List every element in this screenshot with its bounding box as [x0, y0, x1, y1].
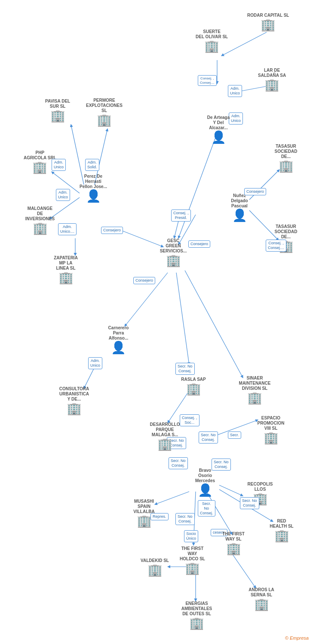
- node-rodar: RODAR CAPITAL SL 🏢: [247, 13, 289, 31]
- node-zapateria: ZAPATERIAMP LALINEA SL 🏢: [46, 255, 85, 284]
- node-carnerero: CarnereroParraAlfonso... 👤: [98, 325, 139, 354]
- building-icon-consultora: 🏢: [67, 403, 82, 415]
- building-icon-the-first-way-sl: 🏢: [226, 543, 241, 555]
- node-arteaga: De ArteagaY DelAlcazar... 👤: [201, 115, 236, 143]
- node-sinaer: SINAERMAINTENANCEDIVISION SL 🏢: [232, 376, 277, 404]
- node-the-first-way-sl: THE FIRSTWAY SL 🏢: [216, 532, 251, 555]
- badge-secr-no-consej-desarrollo2: Secr. NoConsej.: [199, 431, 218, 444]
- badge-adm-unico-php: Adm.Unico: [52, 159, 66, 171]
- building-icon-tasasur1: 🏢: [279, 160, 294, 172]
- node-lar: LAR DESALDAÑA SA 🏢: [258, 68, 286, 91]
- copyright-label: © Empresa: [285, 635, 309, 641]
- building-icon-valdekid: 🏢: [147, 564, 163, 576]
- svg-line-17: [185, 270, 243, 378]
- node-perez: Perez DeHerrastiPellon Jose... 👤: [74, 174, 113, 202]
- badge-secr-consej-socio: Secr.NoConsej.: [198, 500, 215, 516]
- badge-consejero-gesc-carnerero: Consejero: [133, 277, 155, 284]
- node-valdekid: VALDEKID SL 🏢: [138, 558, 172, 576]
- building-icon-andros: 🏢: [254, 598, 269, 611]
- badge-adm-unico-maloange: Adm.Unico....: [58, 223, 77, 235]
- building-icon-gesc: 🏢: [166, 255, 181, 267]
- badge-secr-no-consej-recopolis: Secr. NoConsej.: [240, 497, 259, 509]
- badge-secr-no-consej-musashi: Secr. NoConsej.: [175, 513, 195, 525]
- building-icon-php: 🏢: [32, 161, 47, 173]
- person-icon-perez: 👤: [86, 190, 101, 202]
- building-icon-rodar: 🏢: [261, 19, 276, 31]
- node-maloange: MALOANGEDEINVERSIONES 🏢: [21, 206, 59, 234]
- node-tasasur1: TASASURSOCIEDADDE... 🏢: [267, 144, 305, 172]
- node-andros: ANDROS LASERNA SL 🏢: [242, 587, 281, 611]
- node-gesc: GESCGREENSERVICIOS... 🏢: [154, 238, 193, 267]
- badge-consejero-tasasur1: Consejero: [244, 188, 266, 195]
- node-desarrollo: DESARROLLOPARQUEMALAGA S... 🏢: [144, 422, 185, 450]
- svg-line-3: [178, 133, 217, 238]
- badge-secr-no-consej-rasla: Secr. NoConsej.: [175, 363, 195, 375]
- node-suerte: SUERTEDEL OLIVAR SL 🏢: [196, 29, 228, 52]
- building-icon-red-health: 🏢: [274, 530, 289, 542]
- building-icon-pavisa: 🏢: [50, 110, 65, 122]
- badge-adm-unico-carnerero: Adm.Unico: [88, 357, 102, 369]
- person-icon-bravo: 👤: [198, 484, 213, 496]
- badge-adm-unico-perez: Adm.Unico: [56, 189, 70, 201]
- badge-adm-unico-lar: Adm.Unico: [228, 85, 242, 97]
- badge-consejero-perez-gesc: Consejero: [101, 227, 123, 234]
- node-the-first-way-holdco: THE FIRSTWAYHOLDCO SL 🏢: [172, 546, 213, 574]
- node-permore: PERMOREEXPLOTACIONESSL 🏢: [86, 98, 123, 126]
- building-icon-rasla: 🏢: [186, 383, 201, 395]
- badge-consej-suerte: Consej. ,Consej....: [198, 75, 217, 86]
- building-icon-suerte: 🏢: [204, 40, 219, 52]
- badge-consej-consej-tasasur2: Consej. ,Consej....: [266, 240, 286, 252]
- node-energias: ENERGIASAMBIENTALESDE OUTES SL 🏢: [174, 601, 219, 629]
- svg-line-0: [221, 32, 267, 56]
- svg-line-26: [232, 554, 256, 588]
- building-icon-permore: 🏢: [97, 114, 112, 126]
- person-icon-arteaga: 👤: [211, 131, 226, 143]
- node-rasla: RASLA SAP 🏢: [178, 377, 209, 395]
- node-bravo: BravoOsorioMercedes 👤: [186, 468, 224, 496]
- badge-secr-no-consej-bravo1: Secr. NoConsej.: [169, 457, 188, 469]
- badge-socio-unico-1: SocioÚnico: [184, 530, 198, 542]
- badge-adm-solid-permore: Adm.Solid.: [85, 159, 99, 171]
- connections-svg: [0, 0, 313, 644]
- svg-line-16: [176, 273, 189, 365]
- person-icon-nunez: 👤: [232, 210, 247, 222]
- building-icon-sinaer: 🏢: [247, 392, 262, 404]
- badge-consej-presid: Consej. ,Presid.: [171, 210, 191, 222]
- building-icon-desarrollo: 🏢: [157, 438, 172, 450]
- graph-container: RODAR CAPITAL SL 🏢 SUERTEDEL OLIVAR SL 🏢…: [0, 0, 313, 644]
- building-icon-maloange: 🏢: [33, 222, 48, 234]
- building-icon-holdco: 🏢: [185, 562, 200, 574]
- badge-secr-desarrollo: Secr.: [228, 431, 241, 439]
- person-icon-carnerero: 👤: [111, 342, 126, 354]
- node-pavisa: PAVISA DELSUR SL 🏢: [45, 99, 70, 122]
- node-nunez: NuñezDelgadoPascual 👤: [220, 193, 259, 222]
- building-icon-musashi: 🏢: [137, 515, 152, 527]
- building-icon-zapateria: 🏢: [58, 272, 74, 284]
- badge-repres-musashi: Repres.: [150, 513, 169, 520]
- node-red-health: REDHEALTH SL 🏢: [264, 519, 299, 542]
- building-icon-energias: 🏢: [189, 617, 204, 629]
- node-consultora: CONSULTORAURBANISTICAY DE... 🏢: [54, 386, 95, 415]
- node-espacio: ESPACIOPROMOCIONVIII SL 🏢: [249, 416, 292, 444]
- building-icon-espacio: 🏢: [264, 432, 279, 444]
- building-icon-lar: 🏢: [264, 79, 279, 91]
